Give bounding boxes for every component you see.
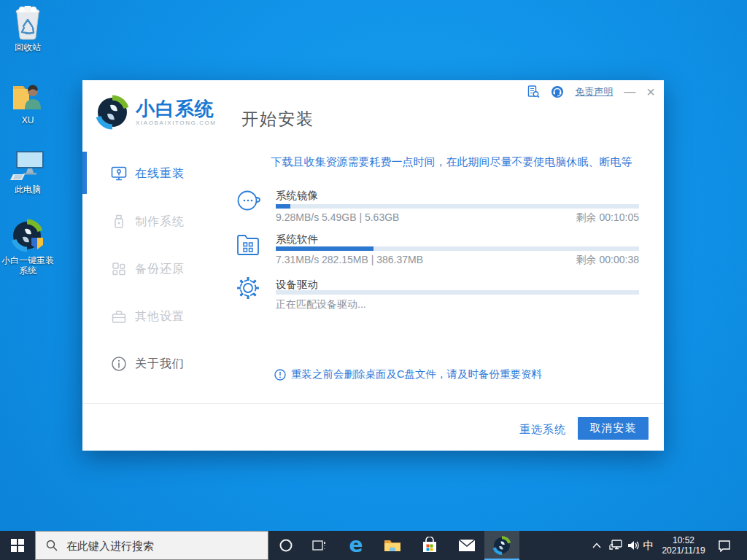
sidebar-item-online-reinstall[interactable]: 在线重装	[82, 163, 239, 184]
brand-domain: XIAOBAIXITONG.COM	[136, 120, 217, 126]
clock-time: 10:52	[673, 535, 694, 545]
progress-bar-device-driver	[276, 290, 639, 295]
backup-warning-text: 重装之前会删除桌面及C盘文件，请及时备份重要资料	[291, 368, 542, 381]
desktop-icon-label: 小白一键重装系统	[0, 255, 55, 276]
speaker-icon	[627, 540, 640, 551]
progress-fill	[276, 204, 290, 209]
user-folder-icon	[10, 79, 45, 114]
log-viewer-icon[interactable]	[527, 85, 540, 98]
device-driver-icon	[235, 275, 261, 301]
search-icon	[46, 540, 58, 551]
cortana-button[interactable]	[268, 531, 303, 560]
desktop-icon-this-pc[interactable]: 此电脑	[0, 148, 55, 195]
system-software-icon	[235, 231, 261, 257]
xiaobai-logo-icon	[10, 219, 45, 254]
sidebar-item-label: 其他设置	[135, 309, 185, 324]
tray-network-button[interactable]	[607, 531, 624, 560]
windows-logo-icon	[11, 539, 24, 552]
sidebar-item-label: 制作系统	[135, 214, 185, 230]
task-name: 系统镜像	[276, 189, 318, 203]
close-button[interactable]: ×	[646, 87, 655, 97]
desktop-icon-label: 回收站	[0, 42, 55, 52]
customer-service-icon[interactable]	[551, 85, 564, 98]
cancel-install-button[interactable]: 取消安装	[578, 417, 649, 440]
xiaobai-app-window: 免责声明 — × 小白系统 XIAOBAIXITONG.COM 开始安装 在线重…	[82, 80, 664, 451]
microsoft-store-icon	[422, 537, 438, 554]
driver-status-text: 正在匹配设备驱动...	[276, 298, 366, 311]
file-explorer-icon	[384, 538, 401, 553]
desktop-icon-xiaobai-app[interactable]: 小白一键重装系统	[0, 219, 55, 276]
minimize-button[interactable]: —	[624, 88, 635, 96]
sidebar-item-create-system[interactable]: 制作系统	[82, 211, 239, 233]
task-remaining: 剩余 00:00:38	[576, 254, 639, 267]
usb-drive-icon	[111, 214, 127, 230]
start-button[interactable]	[0, 531, 35, 560]
online-reinstall-icon	[111, 166, 127, 182]
sidebar-item-other-settings[interactable]: 其他设置	[82, 306, 239, 327]
action-center-icon	[718, 540, 731, 552]
action-center-button[interactable]	[712, 531, 737, 560]
task-speed-size: 9.28MB/s 5.49GB | 5.63GB	[276, 211, 399, 225]
desktop-icon-user-folder[interactable]: XU	[0, 79, 55, 125]
tray-clock[interactable]: 10:52 2021/11/19	[657, 531, 711, 560]
desktop: { "desktop": { "icons": [ { "label": "回收…	[0, 0, 747, 560]
download-notice: 下载且收集资源需要耗费一点时间，在此期间尽量不要使电脑休眠、断电等	[247, 155, 657, 169]
progress-fill	[276, 246, 374, 251]
mail-icon	[458, 539, 476, 552]
search-input[interactable]	[65, 539, 250, 553]
taskbar-app-xiaobai[interactable]	[484, 531, 519, 560]
taskbar: e	[0, 531, 747, 560]
system-image-icon	[235, 187, 261, 214]
sidebar-item-label: 在线重装	[135, 166, 185, 182]
desktop-icon-label: 此电脑	[0, 184, 55, 195]
task-remaining: 剩余 00:10:05	[576, 211, 639, 225]
disclaimer-link[interactable]: 免责声明	[575, 85, 613, 98]
desktop-icon-label: XU	[0, 115, 55, 125]
taskbar-app-store[interactable]	[412, 531, 447, 560]
titlebar-actions: 免责声明 — ×	[527, 85, 655, 98]
cortana-icon	[279, 538, 293, 553]
chevron-up-icon	[592, 542, 601, 548]
sidebar-item-label: 备份还原	[135, 262, 185, 277]
page-title: 开始安装	[241, 108, 314, 131]
exclamation-circle-icon	[274, 369, 286, 381]
tray-ime-indicator[interactable]: 中	[640, 531, 657, 560]
sidebar-item-about-us[interactable]: 关于我们	[82, 353, 239, 375]
task-stats-row: 9.28MB/s 5.49GB | 5.63GB 剩余 00:10:05	[276, 211, 639, 225]
brand-name: 小白系统	[136, 99, 217, 118]
network-icon	[609, 540, 622, 551]
brand-logo: 小白系统 XIAOBAIXITONG.COM	[95, 95, 217, 130]
task-speed-size: 7.31MB/s 282.15MB | 386.37MB	[276, 254, 423, 267]
progress-bar-system-image	[276, 204, 639, 209]
info-icon	[111, 356, 127, 372]
taskbar-search[interactable]	[35, 531, 268, 560]
xiaobai-logo-icon	[95, 95, 130, 130]
taskbar-app-edge[interactable]: e	[338, 531, 374, 560]
sidebar-item-label: 关于我们	[135, 357, 185, 372]
progress-bar-system-software	[276, 246, 639, 251]
task-view-button[interactable]	[303, 531, 336, 560]
footer-divider	[82, 403, 664, 404]
ime-label: 中	[643, 539, 654, 553]
backup-restore-icon	[111, 261, 127, 277]
task-stats-row: 7.31MB/s 282.15MB | 386.37MB 剩余 00:00:38	[276, 254, 639, 267]
taskbar-app-file-explorer[interactable]	[375, 531, 410, 560]
task-name: 系统软件	[276, 233, 318, 246]
reselect-system-button[interactable]: 重选系统	[519, 423, 566, 437]
desktop-icon-recycle-bin[interactable]: 回收站	[0, 6, 55, 52]
clock-date: 2021/11/19	[662, 545, 705, 556]
backup-warning: 重装之前会删除桌面及C盘文件，请及时备份重要资料	[274, 368, 542, 381]
toolbox-icon	[111, 308, 127, 324]
task-view-icon	[312, 539, 327, 552]
tray-volume-button[interactable]	[624, 531, 642, 560]
edge-icon: e	[349, 535, 363, 556]
this-pc-icon	[10, 148, 45, 183]
tray-expand-button[interactable]	[588, 531, 605, 560]
taskbar-app-mail[interactable]	[449, 531, 484, 560]
recycle-bin-icon	[10, 6, 45, 41]
xiaobai-logo-icon	[492, 536, 511, 555]
sidebar-item-backup-restore[interactable]: 备份还原	[82, 258, 239, 280]
